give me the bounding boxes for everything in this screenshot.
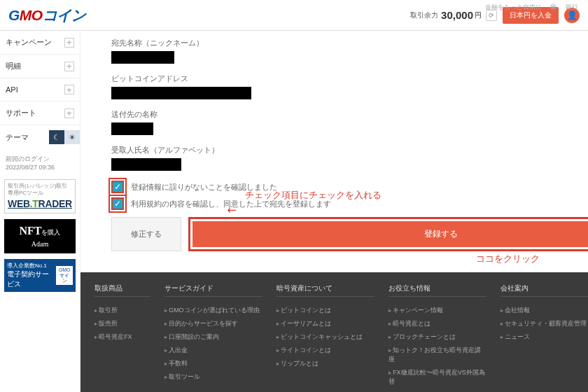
- annotation-click: ココをクリック: [476, 253, 540, 265]
- footer-link[interactable]: 手数料: [164, 357, 262, 370]
- sidebar: キャンペーン+ 明細+ API+ サポート+ テーマ ☾ ☀ 前回のログイン 2…: [0, 31, 80, 392]
- logo[interactable]: GMOコイン: [8, 6, 85, 25]
- footer-link[interactable]: イーサリアムとは: [276, 317, 374, 330]
- footer-col-products: 取扱商品 取引所 販売所 暗号資産FX: [94, 284, 150, 388]
- field-btc-address-label: ビットコインアドレス: [111, 74, 588, 84]
- field-dest-name-label: 送付先の名称: [111, 109, 588, 120]
- footer-link[interactable]: 暗号資産FX: [94, 330, 150, 344]
- theme-label: テーマ: [6, 132, 29, 143]
- footer-link[interactable]: キャンペーン情報: [388, 304, 486, 317]
- theme-toggle[interactable]: ☾ ☀: [49, 130, 80, 144]
- register-button-highlight: 登録する: [188, 217, 588, 251]
- field-recipient-value: [111, 158, 181, 171]
- sun-icon[interactable]: ☀: [64, 130, 80, 144]
- footer-link[interactable]: 販売所: [94, 317, 150, 330]
- footer-link[interactable]: FX徹底比較〜暗号資産VS外国為替: [388, 366, 486, 388]
- field-dest-name-value: [111, 122, 153, 135]
- edit-button[interactable]: 修正する: [111, 217, 181, 251]
- tagline: 金融をもっと自由に: [485, 4, 542, 10]
- plus-icon: +: [64, 38, 74, 48]
- footer-link[interactable]: 取引ツール: [164, 370, 262, 384]
- footer-link[interactable]: 会社情報: [500, 304, 588, 317]
- webtrader-banner[interactable]: 取引所(レバレッジ)取引専用PCツール WEB.TRADER: [4, 179, 76, 214]
- footer-col-guide: サービスガイド GMOコインが選ばれている理由 目的からサービスを探す 口座開設…: [164, 284, 262, 388]
- footer: 取扱商品 取引所 販売所 暗号資産FX サービスガイド GMOコインが選ばれてい…: [80, 272, 588, 392]
- footer-link[interactable]: 目的からサービスを探す: [164, 317, 262, 330]
- checkbox-icon[interactable]: ✓: [111, 181, 124, 193]
- address-form: 宛先名称（ニックネーム） ビットコインアドレス 送付先の名称 受取人氏名（アルフ…: [94, 31, 588, 265]
- footer-link[interactable]: 知っトク！お役立ち暗号資産講座: [388, 344, 486, 366]
- footer-link[interactable]: GMOコインが選ばれている理由: [164, 304, 262, 317]
- annotation-check: チェック項目にチェックを入れる: [245, 189, 382, 202]
- footer-link[interactable]: ニュース: [500, 330, 588, 344]
- footer-link[interactable]: 暗号資産とは: [388, 317, 486, 330]
- sidebar-item-statement[interactable]: 明細+: [0, 55, 80, 78]
- checkbox-icon[interactable]: ✓: [111, 197, 124, 210]
- field-btc-address-value: [111, 87, 251, 99]
- balance-label: 取引余力: [410, 10, 438, 20]
- bank-link[interactable]: 🏛 銀行: [550, 4, 578, 10]
- footer-link[interactable]: 取引所: [94, 304, 150, 317]
- moon-icon[interactable]: ☾: [49, 130, 64, 144]
- footer-link[interactable]: 口座開設のご案内: [164, 330, 262, 344]
- plus-icon: +: [64, 85, 74, 94]
- footer-col-info: お役立ち情報 キャンペーン情報 暗号資産とは ブロックチェーンとは 知っトク！お…: [388, 284, 486, 388]
- plus-icon: +: [64, 108, 74, 118]
- plus-icon: +: [64, 62, 74, 71]
- footer-link[interactable]: リップルとは: [276, 357, 374, 370]
- register-button[interactable]: 登録する: [192, 221, 588, 247]
- balance-value: 30,000: [441, 9, 473, 21]
- top-utility-links: 金融をもっと自由に 🏛 銀行: [478, 3, 578, 12]
- theme-row: テーマ ☾ ☀: [0, 125, 80, 149]
- footer-link[interactable]: ビットコインとは: [276, 304, 374, 317]
- main: 宛先名称（ニックネーム） ビットコインアドレス 送付先の名称 受取人氏名（アルフ…: [80, 31, 588, 392]
- footer-col-company: 会社案内 会社情報 セキュリティ・顧客資産管理 ニュース: [500, 284, 588, 388]
- sidebar-item-support[interactable]: サポート+: [0, 102, 80, 125]
- sidebar-item-campaign[interactable]: キャンペーン+: [0, 31, 80, 55]
- footer-link[interactable]: セキュリティ・顧客資産管理: [500, 317, 588, 330]
- footer-link[interactable]: ライトコインとは: [276, 344, 374, 357]
- nft-banner[interactable]: NFTを購入 Adam: [4, 219, 76, 253]
- field-nickname-value: [111, 51, 174, 64]
- last-login: 前回のログイン 2022/08/27 09:36: [0, 149, 80, 176]
- field-recipient-label: 受取人氏名（アルファベット）: [111, 145, 588, 155]
- footer-col-crypto: 暗号資産について ビットコインとは イーサリアムとは ビットコインキャッシュとは…: [276, 284, 374, 388]
- footer-link[interactable]: ビットコインキャッシュとは: [276, 330, 374, 344]
- field-nickname-label: 宛先名称（ニックネーム）: [111, 38, 588, 48]
- footer-link[interactable]: 入出金: [164, 344, 262, 357]
- footer-link[interactable]: ブロックチェーンとは: [388, 330, 486, 344]
- sidebar-item-api[interactable]: API+: [0, 78, 80, 102]
- gmosign-banner[interactable]: 導入企業数No.1 電子契約サービス GMOサイン: [4, 259, 76, 292]
